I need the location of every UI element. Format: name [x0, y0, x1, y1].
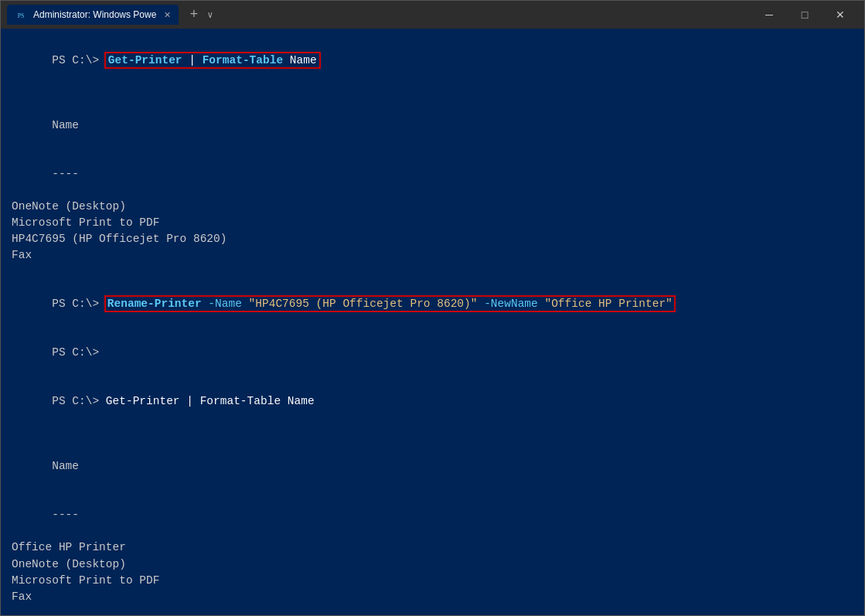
- powershell-icon: PS: [15, 8, 29, 22]
- new-name-string: "Office HP Printer": [544, 298, 672, 310]
- printer-4: Fax: [12, 247, 853, 264]
- prompt-4: PS C:\>: [52, 395, 106, 407]
- prompt-2: PS C:\>: [52, 298, 106, 310]
- window-controls: ─ □ ✕: [751, 1, 858, 29]
- printer-3: HP4C7695 (HP Officejet Pro 8620): [12, 231, 853, 247]
- prompt-1: PS C:\>: [52, 54, 106, 66]
- line-divider-2: ----: [12, 491, 853, 539]
- maximize-button[interactable]: □: [787, 1, 822, 29]
- powershell-window: PS Administrator: Windows Powe ✕ + ∨ ─ □…: [0, 0, 865, 616]
- printer-new-1: Office HP Printer: [12, 539, 853, 556]
- line-rename: PS C:\> Rename-Printer -Name "HP4C7695 (…: [12, 280, 853, 328]
- svg-text:PS: PS: [18, 12, 25, 19]
- line-name-header-2: Name: [12, 442, 853, 491]
- get-printer-cmd: Get-Printer: [108, 54, 182, 66]
- tab-dropdown-button[interactable]: ∨: [207, 9, 213, 21]
- cmd-getprinter-2: Get-Printer | Format-Table Name: [106, 395, 315, 407]
- printer-new-2: OneNote (Desktop): [12, 556, 853, 573]
- cmd-1-highlighted: Get-Printer | Format-Table Name: [106, 53, 319, 67]
- line-name-header-1: Name: [12, 101, 853, 150]
- tab-title: Administrator: Windows Powe: [33, 9, 156, 20]
- line-blank-4: [12, 605, 853, 615]
- minimize-button[interactable]: ─: [751, 1, 787, 29]
- format-table-cmd: Format-Table: [203, 54, 283, 66]
- active-tab[interactable]: PS Administrator: Windows Powe ✕: [7, 5, 179, 25]
- line-blank-3: [12, 426, 853, 442]
- titlebar: PS Administrator: Windows Powe ✕ + ∨ ─ □…: [1, 1, 864, 29]
- name-flag: -Name: [202, 298, 249, 310]
- divider-2: ----: [52, 509, 79, 521]
- name-header-1: Name: [52, 119, 79, 131]
- newname-flag: -NewName: [477, 298, 544, 310]
- printer-new-3: Microsoft Print to PDF: [12, 573, 853, 589]
- prompt-3: PS C:\>: [52, 346, 99, 359]
- printer-2: Microsoft Print to PDF: [12, 215, 853, 231]
- ps-icon-svg: PS: [16, 9, 27, 20]
- new-tab-button[interactable]: +: [189, 7, 198, 22]
- line-blank-2: [12, 264, 853, 280]
- printer-1: OneNote (Desktop): [12, 199, 853, 215]
- titlebar-left: PS Administrator: Windows Powe ✕ + ∨: [7, 5, 213, 25]
- divider-1: ----: [52, 168, 79, 180]
- line-after-rename: PS C:\>: [12, 328, 853, 377]
- rename-cmd-highlighted: Rename-Printer -Name "HP4C7695 (HP Offic…: [106, 297, 674, 311]
- pipe-1: |: [182, 54, 203, 66]
- line-divider-1: ----: [12, 150, 853, 199]
- close-button[interactable]: ✕: [822, 1, 858, 29]
- line-1: PS C:\> Get-Printer | Format-Table Name: [12, 36, 853, 85]
- rename-printer-cmd: Rename-Printer: [107, 298, 202, 310]
- terminal-body[interactable]: PS C:\> Get-Printer | Format-Table Name …: [1, 29, 864, 615]
- line-getprinter-2: PS C:\> Get-Printer | Format-Table Name: [12, 377, 853, 426]
- line-blank-1: [12, 85, 853, 101]
- name-param-1: Name: [283, 54, 317, 66]
- tab-close-button[interactable]: ✕: [164, 10, 171, 20]
- old-name-string: "HP4C7695 (HP Officejet Pro 8620)": [249, 298, 478, 310]
- name-header-2: Name: [52, 460, 79, 472]
- printer-new-4: Fax: [12, 589, 853, 605]
